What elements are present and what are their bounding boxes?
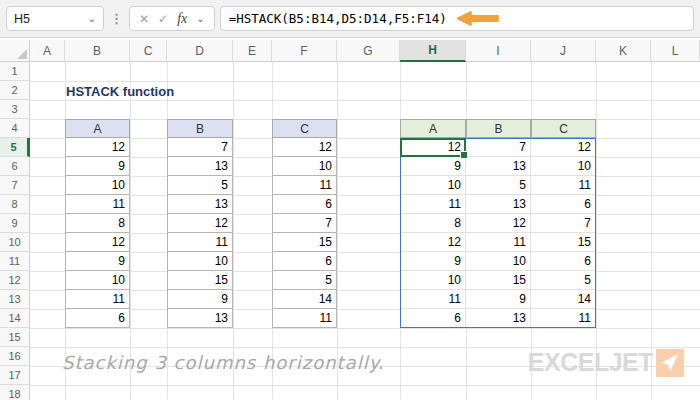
table-cell[interactable]: 12 — [65, 233, 130, 252]
table-cell[interactable]: 9 — [65, 252, 130, 271]
fill-handle[interactable] — [460, 151, 468, 159]
name-box-chevron-icon[interactable]: ⌄ — [88, 14, 96, 24]
row-header-17[interactable]: 17 — [0, 366, 30, 385]
enter-icon[interactable]: ✓ — [158, 13, 168, 25]
row-header-4[interactable]: 4 — [0, 119, 30, 138]
table-cell[interactable]: 10 — [272, 157, 337, 176]
result-cell[interactable]: 5 — [531, 271, 596, 290]
row-header-11[interactable]: 11 — [0, 252, 30, 271]
result-cell[interactable]: 5 — [466, 176, 531, 195]
row-header-7[interactable]: 7 — [0, 176, 30, 195]
fx-chevron-icon[interactable]: ⌄ — [196, 14, 204, 24]
table-cell[interactable]: 6 — [272, 195, 337, 214]
result-cell[interactable]: 9 — [400, 252, 466, 271]
table-cell[interactable]: 7 — [167, 138, 233, 157]
column-header-F[interactable]: F — [272, 40, 337, 62]
result-cell[interactable]: 6 — [531, 195, 596, 214]
result-cell[interactable]: 10 — [531, 157, 596, 176]
source-table-header[interactable]: C — [272, 119, 337, 138]
result-cell[interactable]: 10 — [400, 271, 466, 290]
row-header-5[interactable]: 5 — [0, 138, 30, 157]
row-header-18[interactable]: 18 — [0, 385, 30, 400]
source-table-header[interactable]: B — [167, 119, 233, 138]
column-header-I[interactable]: I — [466, 40, 531, 62]
table-cell[interactable]: 13 — [167, 309, 233, 328]
table-cell[interactable]: 8 — [65, 214, 130, 233]
table-cell[interactable]: 5 — [272, 271, 337, 290]
result-cell[interactable]: 6 — [531, 252, 596, 271]
row-header-13[interactable]: 13 — [0, 290, 30, 309]
column-header-H[interactable]: H — [400, 40, 466, 62]
result-cell[interactable]: 10 — [400, 176, 466, 195]
insert-function-icon[interactable]: fx — [177, 11, 187, 27]
result-table-header[interactable]: A — [400, 119, 466, 138]
table-cell[interactable]: 6 — [65, 309, 130, 328]
column-header-J[interactable]: J — [531, 40, 596, 62]
column-header-D[interactable]: D — [167, 40, 233, 62]
column-header-A[interactable]: A — [30, 40, 65, 62]
result-table-header[interactable]: B — [466, 119, 531, 138]
result-cell[interactable]: 11 — [531, 309, 596, 328]
row-header-15[interactable]: 15 — [0, 328, 30, 347]
table-cell[interactable]: 12 — [272, 138, 337, 157]
formula-input[interactable]: =HSTACK(B5:B14,D5:D14,F5:F14) — [220, 6, 694, 31]
result-cell[interactable]: 15 — [531, 233, 596, 252]
table-cell[interactable]: 10 — [65, 176, 130, 195]
result-cell[interactable]: 9 — [466, 290, 531, 309]
column-header-C[interactable]: C — [130, 40, 167, 62]
table-cell[interactable]: 5 — [167, 176, 233, 195]
column-header-E[interactable]: E — [233, 40, 272, 62]
table-cell[interactable]: 11 — [167, 233, 233, 252]
result-cell[interactable]: 11 — [400, 290, 466, 309]
result-cell[interactable]: 12 — [466, 214, 531, 233]
result-cell[interactable]: 12 — [531, 138, 596, 157]
row-header-8[interactable]: 8 — [0, 195, 30, 214]
table-cell[interactable]: 9 — [167, 290, 233, 309]
column-header-K[interactable]: K — [596, 40, 651, 62]
row-header-14[interactable]: 14 — [0, 309, 30, 328]
result-cell[interactable]: 13 — [466, 195, 531, 214]
select-all-corner[interactable] — [0, 40, 30, 62]
table-cell[interactable]: 12 — [65, 138, 130, 157]
source-table-header[interactable]: A — [65, 119, 130, 138]
row-header-2[interactable]: 2 — [0, 81, 30, 100]
column-header-B[interactable]: B — [65, 40, 130, 62]
result-cell[interactable]: 12 — [400, 233, 466, 252]
result-cell[interactable]: 7 — [466, 138, 531, 157]
table-cell[interactable]: 10 — [167, 252, 233, 271]
result-table-header[interactable]: C — [531, 119, 596, 138]
selected-cell-outline[interactable] — [400, 138, 466, 157]
result-cell[interactable]: 9 — [400, 157, 466, 176]
table-cell[interactable]: 7 — [272, 214, 337, 233]
table-cell[interactable]: 14 — [272, 290, 337, 309]
result-cell[interactable]: 11 — [531, 176, 596, 195]
table-cell[interactable]: 11 — [272, 309, 337, 328]
cancel-icon[interactable]: ✕ — [139, 13, 149, 25]
result-cell[interactable]: 13 — [466, 309, 531, 328]
row-header-12[interactable]: 12 — [0, 271, 30, 290]
table-cell[interactable]: 13 — [167, 157, 233, 176]
table-cell[interactable]: 15 — [167, 271, 233, 290]
table-cell[interactable]: 15 — [272, 233, 337, 252]
row-header-10[interactable]: 10 — [0, 233, 30, 252]
result-cell[interactable]: 8 — [400, 214, 466, 233]
row-header-9[interactable]: 9 — [0, 214, 30, 233]
table-cell[interactable]: 6 — [272, 252, 337, 271]
row-header-3[interactable]: 3 — [0, 100, 30, 119]
sheet-caption[interactable]: Stacking 3 columns horizontally. — [62, 352, 385, 373]
result-cell[interactable]: 10 — [466, 252, 531, 271]
name-box[interactable]: H5 ⌄ — [6, 6, 104, 31]
row-header-16[interactable]: 16 — [0, 347, 30, 366]
column-header-L[interactable]: L — [651, 40, 700, 62]
table-cell[interactable]: 12 — [167, 214, 233, 233]
table-cell[interactable]: 10 — [65, 271, 130, 290]
result-cell[interactable]: 6 — [400, 309, 466, 328]
result-cell[interactable]: 11 — [400, 195, 466, 214]
row-header-6[interactable]: 6 — [0, 157, 30, 176]
sheet-title[interactable]: HSTACK function — [66, 84, 174, 99]
row-header-1[interactable]: 1 — [0, 62, 30, 81]
result-cell[interactable]: 11 — [466, 233, 531, 252]
table-cell[interactable]: 11 — [65, 290, 130, 309]
result-cell[interactable]: 13 — [466, 157, 531, 176]
result-cell[interactable]: 14 — [531, 290, 596, 309]
